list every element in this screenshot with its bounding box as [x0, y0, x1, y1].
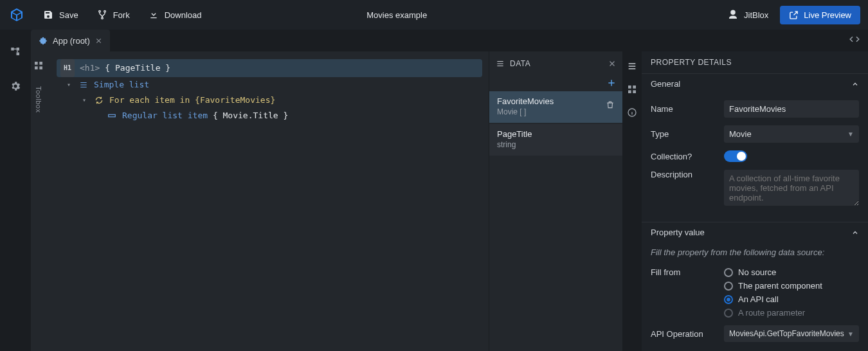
list-icon [496, 59, 505, 68]
svg-rect-7 [39, 62, 42, 65]
live-preview-label: Live Preview [804, 10, 851, 20]
toolbox-label: Toolbox [35, 86, 42, 113]
tabstrip: App (root) [31, 30, 868, 51]
svg-rect-4 [17, 48, 20, 51]
h1-badge: H1 [60, 59, 75, 77]
item-icon [107, 111, 117, 121]
name-input[interactable] [724, 100, 859, 118]
topbar-right: JitBlox Live Preview [727, 6, 860, 24]
svg-rect-9 [39, 66, 42, 69]
delete-data-item[interactable] [606, 100, 615, 109]
data-item-pagetitle[interactable]: PageTitle string [489, 124, 622, 156]
data-item-type: string [497, 140, 615, 149]
user-icon [727, 9, 739, 21]
editor-row-listitem[interactable]: Regular list item { Movie.Title } [57, 108, 482, 123]
description-input[interactable] [724, 170, 859, 206]
radio-label: No source [738, 267, 776, 277]
svg-rect-8 [35, 66, 38, 69]
prop-list-icon[interactable] [626, 60, 638, 72]
close-data-panel[interactable] [608, 60, 616, 68]
prop-info-icon[interactable] [626, 107, 638, 118]
toolbox-icon[interactable] [33, 60, 44, 71]
value-hint: Fill the property from the following dat… [651, 245, 859, 264]
details-title: PROPERTY DETAILS [642, 51, 868, 73]
chevron-down-icon: ▼ [847, 330, 854, 338]
user-chip[interactable]: JitBlox [727, 9, 768, 21]
foreach-text: For each item in {FavoriteMovies} [109, 93, 275, 108]
svg-rect-14 [633, 90, 636, 93]
prop-grid-icon[interactable] [626, 84, 638, 95]
tab-close[interactable] [95, 37, 102, 44]
code-icon [849, 35, 860, 44]
puzzle-icon [39, 36, 48, 45]
add-data-item[interactable] [489, 76, 622, 91]
radio-no-source[interactable]: No source [724, 267, 859, 277]
h1-tag: <h1> [80, 60, 100, 76]
data-item-name: PageTitle [497, 129, 615, 139]
close-icon [95, 37, 102, 44]
list-icon [78, 80, 89, 90]
section-value-label: Property value [651, 228, 851, 237]
collection-label: Collection? [651, 152, 718, 161]
radio-api[interactable]: An API call [724, 294, 859, 304]
radio-route: A route parameter [724, 308, 859, 318]
radio-label: A route parameter [738, 308, 805, 318]
data-item-name: FavoriteMovies [497, 96, 606, 106]
trash-icon [606, 100, 615, 109]
user-name: JitBlox [744, 10, 768, 20]
api-op-select[interactable]: MoviesApi.GetTopFavoriteMovies ▼ [724, 325, 859, 342]
cube-icon [9, 7, 24, 22]
section-value-header[interactable]: Property value [642, 222, 868, 242]
app-logo[interactable] [8, 6, 26, 24]
code-editor[interactable]: H1 <h1> { PageTitle } ▾ Simple list ▾ [46, 51, 489, 351]
code-view-toggle[interactable] [849, 35, 860, 44]
tab-app-root[interactable]: App (root) [31, 30, 110, 51]
loop-icon [94, 95, 104, 105]
external-link-icon [789, 10, 799, 20]
editor-row-simple-list[interactable]: ▾ Simple list [57, 77, 482, 93]
fillfrom-label: Fill from [651, 267, 718, 277]
svg-rect-3 [11, 48, 14, 51]
settings-tool[interactable] [8, 78, 23, 94]
caret-icon[interactable]: ▾ [67, 77, 73, 93]
plus-icon [607, 78, 616, 87]
radio-label: An API call [738, 294, 779, 304]
live-preview-button[interactable]: Live Preview [780, 6, 860, 24]
collection-toggle[interactable] [724, 150, 747, 162]
api-op-value: MoviesApi.GetTopFavoriteMovies [729, 329, 844, 338]
editor-row-foreach[interactable]: ▾ For each item in {FavoriteMovies} [57, 93, 482, 108]
editor-area: Toolbox H1 <h1> { PageTitle } ▾ Simple l… [31, 51, 868, 351]
section-general-body: Name Type Movie ▼ Collection? [642, 94, 868, 222]
section-general-header[interactable]: General [642, 73, 868, 94]
data-item-type: Movie [ ] [497, 107, 606, 116]
toolbox-rail: Toolbox [31, 51, 46, 351]
h1-binding: { PageTitle } [105, 60, 170, 76]
name-label: Name [651, 104, 718, 114]
listitem-binding: { Movie.Title } [213, 111, 288, 120]
section-general-label: General [651, 79, 851, 89]
type-value: Movie [729, 129, 752, 139]
simple-list-label: Simple list [94, 77, 149, 93]
project-title: Movies example [71, 10, 722, 20]
caret-icon[interactable]: ▾ [82, 93, 89, 108]
fillfrom-radio-group: No source The parent component An API ca… [724, 267, 859, 318]
main: App (root) Toolbox H1 [31, 30, 868, 351]
radio-parent[interactable]: The parent component [724, 281, 859, 291]
data-panel-header: DATA [489, 51, 622, 76]
editor-row-h1[interactable]: H1 <h1> { PageTitle } [57, 59, 482, 77]
type-select[interactable]: Movie ▼ [724, 125, 859, 143]
save-icon [42, 9, 54, 21]
chevron-up-icon [851, 80, 859, 88]
close-icon [608, 60, 616, 68]
property-rail [622, 51, 642, 351]
type-label: Type [651, 129, 718, 139]
svg-rect-5 [17, 53, 20, 56]
structure-tool[interactable] [8, 44, 23, 59]
tab-label: App (root) [53, 36, 90, 46]
gear-icon [10, 80, 21, 92]
data-panel: DATA FavoriteMovies Movie [ ] [489, 51, 622, 351]
svg-rect-10 [109, 114, 116, 117]
svg-rect-12 [633, 86, 636, 89]
body: App (root) Toolbox H1 [0, 30, 868, 351]
data-item-favoritemovies[interactable]: FavoriteMovies Movie [ ] [489, 91, 622, 123]
